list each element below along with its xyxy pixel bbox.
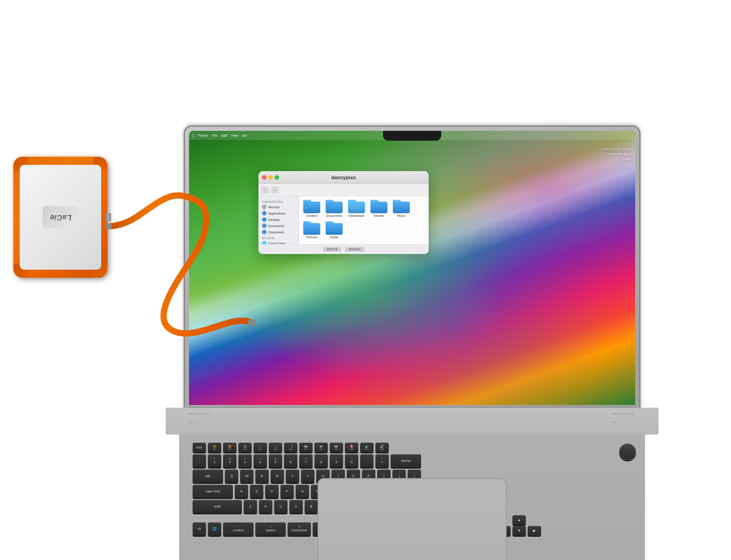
erase-button[interactable]: ERASE (345, 247, 364, 252)
key-5[interactable]: %5 (269, 454, 282, 468)
sidebar-item-applications[interactable]: Applications (258, 210, 298, 216)
speaker-dot (614, 413, 615, 414)
key-x[interactable]: X (259, 500, 272, 513)
forward-button[interactable]: › (271, 186, 279, 194)
key-b[interactable]: B (305, 500, 318, 513)
key-f10[interactable]: 🔇F10 (345, 443, 358, 452)
finder-menu[interactable]: Finder (198, 134, 208, 138)
key-0[interactable]: )0 (345, 454, 358, 468)
key-f2[interactable]: 🔆F2 (223, 443, 236, 452)
key-minus[interactable]: _- (360, 454, 374, 468)
key-c[interactable]: C (274, 500, 288, 513)
key-control[interactable]: ^control (223, 522, 254, 536)
key-w[interactable]: W (240, 470, 254, 483)
speaker-dot (205, 413, 206, 414)
key-q[interactable]: Q (225, 470, 238, 483)
speaker-dot (191, 413, 193, 414)
close-button[interactable] (262, 175, 267, 180)
key-1[interactable]: !1 (208, 454, 221, 468)
key-f6[interactable]: ☽F6 (284, 443, 297, 452)
speaker-dot (189, 422, 190, 423)
folder-public[interactable]: Public (325, 221, 344, 239)
folder-documents-label: Documents (326, 214, 342, 218)
key-d[interactable]: D (265, 485, 279, 498)
key-f1[interactable]: 🔅F1 (208, 443, 221, 452)
key-6[interactable]: ^6 (284, 454, 297, 468)
sidebar-item-recents[interactable]: Recents (258, 204, 298, 210)
key-s[interactable]: S (250, 485, 263, 498)
desktop-widget: 07/27/21 • 07:05 AM September 2021 Today (602, 146, 631, 162)
speaker-dot (625, 413, 627, 414)
view-menu[interactable]: View (231, 134, 238, 138)
key-lshift[interactable]: shift (193, 500, 242, 513)
key-9[interactable]: (9 (330, 454, 343, 468)
key-8[interactable]: *8 (314, 454, 328, 468)
keyboard-area: esc 🔅F1 🔆F2 ⊡F3 ⌕F4 ♪F5 ☽F6 ⏮F7 ⏯F8 ⏭F9 … (179, 434, 645, 560)
key-backtick[interactable]: ~` (193, 454, 206, 468)
folder-creative[interactable]: Creative (302, 200, 321, 218)
key-arrow-right[interactable]: ▶ (528, 526, 541, 536)
key-delete[interactable]: delete (391, 454, 421, 468)
folder-movies[interactable]: Movies (370, 200, 388, 218)
key-y[interactable]: Y (301, 470, 314, 483)
key-command-left[interactable]: ⌘command (288, 522, 311, 536)
key-e[interactable]: E (255, 470, 269, 483)
key-f[interactable]: F (280, 485, 294, 498)
key-f7[interactable]: ⏮F7 (299, 443, 313, 452)
sidebar-item-downloads[interactable]: Downloads (258, 229, 298, 235)
key-option-left[interactable]: ⌥option (255, 522, 286, 536)
key-esc[interactable]: esc (193, 443, 206, 452)
drive-usbc-connector (106, 213, 111, 222)
key-f8[interactable]: ⏯F8 (314, 443, 328, 452)
speaker-dot (619, 413, 620, 414)
touch-id-button[interactable] (619, 444, 636, 461)
key-f5[interactable]: ♪F5 (269, 443, 282, 452)
key-z[interactable]: Z (244, 500, 257, 513)
key-f9[interactable]: ⏭F9 (330, 443, 343, 452)
key-arrow-up[interactable]: ▲ (512, 515, 526, 525)
scene:  Finder File Edit View Go 07/27/21 • 07… (0, 0, 731, 560)
sidebar-item-desktop[interactable]: Desktop (258, 216, 298, 223)
key-f12[interactable]: 🔊F12 (375, 443, 389, 452)
key-2[interactable]: @2 (223, 454, 236, 468)
minimize-button[interactable] (268, 175, 273, 180)
folder-music-label: Music (397, 214, 405, 218)
write-button[interactable]: WRITE (323, 247, 342, 252)
apple-menu-icon[interactable]:  (193, 133, 194, 138)
finder-window-title: dannypixn (331, 175, 356, 180)
key-r[interactable]: R (271, 470, 284, 483)
key-g[interactable]: G (296, 485, 309, 498)
folder-documents[interactable]: Documents (325, 200, 344, 218)
key-fn[interactable]: fn (193, 522, 206, 536)
folder-music[interactable]: Music (392, 200, 411, 218)
file-menu[interactable]: File (212, 134, 218, 138)
maximize-button[interactable] (275, 175, 279, 180)
key-globe[interactable]: 🌐 (208, 522, 221, 536)
speaker-dot (632, 413, 633, 414)
key-tab[interactable]: tab (193, 470, 223, 483)
key-f3[interactable]: ⊡F3 (238, 443, 252, 452)
key-v[interactable]: V (289, 500, 303, 513)
key-a[interactable]: A (235, 485, 248, 498)
folder-documents-icon (326, 200, 343, 213)
key-capslock[interactable]: caps lock (193, 485, 233, 498)
number-row: ~` !1 @2 #3 $4 %5 ^6 &7 *8 (9 )0 _- += d… (193, 454, 529, 468)
sidebar-item-documents[interactable]: Documents (258, 223, 298, 229)
key-f11[interactable]: 🔉F11 (360, 443, 374, 452)
trackpad[interactable] (318, 478, 506, 560)
notch (383, 131, 441, 141)
folder-downloads[interactable]: Downloads (347, 200, 366, 218)
key-f4[interactable]: ⌕F4 (254, 443, 267, 452)
desktop-note: Today (602, 156, 631, 161)
folder-pictures[interactable]: Pictures (302, 221, 321, 239)
edit-menu[interactable]: Edit (221, 134, 228, 138)
key-arrow-down[interactable]: ▼ (512, 526, 526, 536)
key-3[interactable]: #3 (238, 454, 252, 468)
key-t[interactable]: T (286, 470, 299, 483)
key-equals[interactable]: += (375, 454, 389, 468)
speaker-dot (612, 413, 613, 414)
key-7[interactable]: &7 (299, 454, 313, 468)
go-menu[interactable]: Go (242, 134, 247, 138)
back-button[interactable]: ‹ (261, 186, 269, 194)
key-4[interactable]: $4 (254, 454, 267, 468)
